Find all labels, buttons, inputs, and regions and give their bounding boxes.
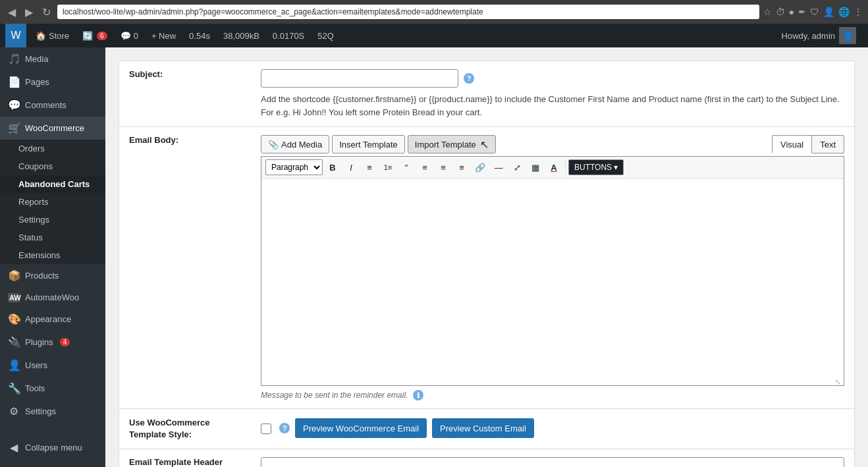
woocommerce-icon: 🛒 <box>8 122 20 134</box>
woo-template-field: ? Preview WooCommerce Email Preview Cust… <box>261 417 844 438</box>
buttons-dropdown-button[interactable]: BUTTONS ▾ <box>568 159 624 175</box>
comments-icon: 💬 <box>121 31 131 41</box>
sidebar-subitem-orders[interactable]: Orders <box>0 140 105 157</box>
sidebar-item-appearance[interactable]: 🎨 Appearance <box>0 308 105 331</box>
menu-icon[interactable]: ⋮ <box>854 7 863 17</box>
bold-button[interactable]: B <box>324 159 341 175</box>
comments-icon: 💬 <box>8 99 20 111</box>
sidebar-item-users[interactable]: 👤 Users <box>0 354 105 377</box>
visual-tab-button[interactable]: Visual <box>772 135 812 153</box>
perf-2: 38,009kB <box>217 24 266 47</box>
sidebar-item-automatewoo[interactable]: AW AutomateWoo <box>0 287 105 308</box>
insert-template-button[interactable]: Insert Template <box>332 135 405 153</box>
toolbar-separator <box>565 161 566 174</box>
updates-menu[interactable]: 🔄 6 <box>76 24 114 47</box>
horizontal-rule-button[interactable]: — <box>490 159 507 175</box>
subject-help-icon[interactable]: ? <box>464 73 474 84</box>
subject-label: Subject: <box>129 69 248 79</box>
email-body-row: Email Body: 📎 Add Media Insert Template … <box>119 126 855 408</box>
ext-icon-6[interactable]: 🌐 <box>838 7 850 17</box>
collapse-label: Collapse menu <box>25 443 82 453</box>
ext-icon-1[interactable]: ⏱ <box>776 7 785 17</box>
url-bar[interactable]: localhost/woo-lite/wp-admin/admin.php?pa… <box>57 5 759 19</box>
ordered-list-button[interactable]: 1≡ <box>379 159 396 175</box>
admin-bar-right: Howdy, admin 👤 <box>775 24 863 47</box>
unordered-list-button[interactable]: ≡ <box>361 159 378 175</box>
align-left-button[interactable]: ≡ <box>416 159 433 175</box>
sidebar-subitem-extensions[interactable]: Extensions <box>0 246 105 264</box>
ext-icon-3[interactable]: ✒ <box>798 7 806 17</box>
howdy-menu[interactable]: Howdy, admin 👤 <box>775 24 863 47</box>
link-button[interactable]: 🔗 <box>472 159 489 175</box>
visual-text-tabs: Visual Text <box>772 135 844 153</box>
import-template-button[interactable]: Import Template ↖ <box>408 135 496 153</box>
fullscreen-button[interactable]: ⤢ <box>508 159 526 175</box>
sidebar-item-label: Tools <box>25 383 45 393</box>
align-right-button[interactable]: ≡ <box>453 159 470 175</box>
sidebar-subitem-reports[interactable]: Reports <box>0 193 105 211</box>
bookmark-icon[interactable]: ☆ <box>763 7 772 17</box>
sidebar-item-label: Pages <box>25 77 49 87</box>
woo-template-help-icon[interactable]: ? <box>279 423 290 433</box>
browser-bar: ◀ ▶ ↻ localhost/woo-lite/wp-admin/admin.… <box>0 0 868 24</box>
email-template-header-input[interactable] <box>261 457 844 467</box>
blockquote-button[interactable]: " <box>398 159 415 175</box>
back-button[interactable]: ◀ <box>5 5 18 20</box>
new-menu[interactable]: + New <box>145 24 182 47</box>
comments-menu[interactable]: 💬 0 <box>114 24 145 47</box>
store-label: Store <box>49 31 69 41</box>
cursor-indicator: ↖ <box>480 138 489 151</box>
add-media-icon: 📎 <box>268 140 279 150</box>
media-icon: 🎵 <box>8 53 20 65</box>
sidebar-subitem-coupons[interactable]: Coupons <box>0 157 105 175</box>
woo-template-checkbox[interactable] <box>261 424 271 434</box>
editor-resize: ⤡ <box>261 376 844 385</box>
content-area: Subject: ? Add the shortcode {{customer.… <box>105 47 868 467</box>
ext-icon-2[interactable]: ● <box>789 7 794 17</box>
buttons-label: BUTTONS <box>574 163 612 172</box>
sidebar-item-media[interactable]: 🎵 Media <box>0 47 105 70</box>
email-template-header-row: Email Template Header <box>119 449 855 467</box>
reload-button[interactable]: ↻ <box>40 5 53 20</box>
subject-row: Subject: ? Add the shortcode {{customer.… <box>119 61 855 126</box>
store-menu[interactable]: 🏠 Store <box>29 24 76 47</box>
sidebar-item-settings[interactable]: ⚙ Settings <box>0 400 105 423</box>
woo-template-label: Use WooCommerce Template Style: <box>129 417 248 441</box>
text-tab-button[interactable]: Text <box>812 135 844 153</box>
sidebar-subitem-status[interactable]: Status <box>0 229 105 246</box>
sidebar-subitem-settings[interactable]: Settings <box>0 211 105 229</box>
sidebar-item-tools[interactable]: 🔧 Tools <box>0 377 105 400</box>
appearance-icon: 🎨 <box>8 313 20 325</box>
italic-button[interactable]: I <box>342 159 360 175</box>
text-color-button[interactable]: A <box>545 159 562 175</box>
ext-icon-5[interactable]: 👤 <box>823 7 834 17</box>
ext-icon-4[interactable]: 🛡 <box>810 7 819 17</box>
subject-input[interactable] <box>261 69 458 88</box>
message-hint-icon[interactable]: ℹ <box>413 390 423 400</box>
tools-icon: 🔧 <box>8 382 20 395</box>
align-center-button[interactable]: ≡ <box>435 159 452 175</box>
sidebar-item-products[interactable]: 📦 Products <box>0 264 105 287</box>
sidebar-item-plugins[interactable]: 🔌 Plugins 4 <box>0 331 105 354</box>
preview-woocommerce-email-button[interactable]: Preview WooCommerce Email <box>295 418 427 438</box>
email-body-field: 📎 Add Media Insert Template Import Templ… <box>261 135 844 400</box>
abandoned-carts-label: Abandoned Carts <box>18 179 90 189</box>
email-body-label: Email Body: <box>129 135 248 145</box>
paragraph-format-select[interactable]: Paragraph <box>265 159 323 175</box>
table-button[interactable]: ▦ <box>527 159 544 175</box>
wp-logo[interactable]: W <box>5 24 26 47</box>
forward-button[interactable]: ▶ <box>22 5 36 20</box>
sidebar-item-woocommerce[interactable]: 🛒 WooCommerce <box>0 117 105 140</box>
collapse-menu-button[interactable]: ◀ Collapse menu <box>0 436 105 459</box>
avatar: 👤 <box>839 27 856 44</box>
preview-custom-email-button[interactable]: Preview Custom Email <box>432 418 534 438</box>
sidebar-item-comments[interactable]: 💬 Comments <box>0 94 105 117</box>
editor-content[interactable] <box>261 179 844 376</box>
automatewoo-icon: AW <box>8 293 20 302</box>
wp-editor-toolbar: Paragraph B I ≡ 1≡ " ≡ ≡ ≡ 🔗 — ⤢ ▦ A <box>261 157 844 179</box>
sidebar-item-pages[interactable]: 📄 Pages <box>0 70 105 94</box>
add-media-button[interactable]: 📎 Add Media <box>261 135 329 153</box>
sidebar-item-label: Appearance <box>25 314 71 324</box>
resize-handle[interactable]: ⤡ <box>834 377 842 385</box>
sidebar-subitem-abandoned-carts[interactable]: Abandoned Carts <box>0 175 105 193</box>
